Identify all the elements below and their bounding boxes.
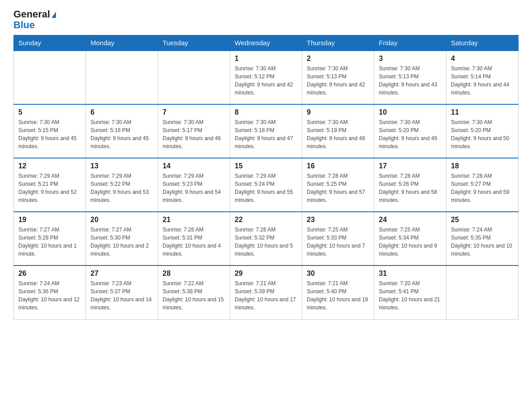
week-row-2: 5Sunrise: 7:30 AMSunset: 5:15 PMDaylight…: [14, 104, 519, 158]
week-row-1: 1Sunrise: 7:30 AMSunset: 5:12 PMDaylight…: [14, 51, 519, 104]
day-cell-1-5: 10Sunrise: 7:30 AMSunset: 5:20 PMDayligh…: [374, 104, 446, 158]
day-cell-3-4: 23Sunrise: 7:25 AMSunset: 5:33 PMDayligh…: [302, 212, 374, 265]
day-info: Sunrise: 7:27 AMSunset: 5:28 PMDaylight:…: [18, 226, 81, 258]
day-cell-2-4: 16Sunrise: 7:28 AMSunset: 5:25 PMDayligh…: [302, 158, 374, 212]
day-number: 20: [90, 216, 153, 224]
header-wednesday: Wednesday: [230, 35, 302, 51]
day-cell-4-4: 30Sunrise: 7:21 AMSunset: 5:40 PMDayligh…: [302, 265, 374, 319]
calendar-body: 1Sunrise: 7:30 AMSunset: 5:12 PMDaylight…: [14, 51, 519, 319]
day-cell-2-6: 18Sunrise: 7:28 AMSunset: 5:27 PMDayligh…: [446, 158, 519, 212]
day-cell-4-0: 26Sunrise: 7:24 AMSunset: 5:36 PMDayligh…: [14, 265, 86, 319]
day-cell-0-0: [14, 51, 86, 104]
day-info: Sunrise: 7:24 AMSunset: 5:36 PMDaylight:…: [18, 279, 81, 312]
day-info: Sunrise: 7:30 AMSunset: 5:20 PMDaylight:…: [379, 118, 442, 150]
day-number: 17: [379, 162, 442, 170]
week-row-3: 12Sunrise: 7:29 AMSunset: 5:21 PMDayligh…: [14, 158, 519, 212]
week-row-5: 26Sunrise: 7:24 AMSunset: 5:36 PMDayligh…: [14, 265, 519, 319]
day-cell-4-2: 28Sunrise: 7:22 AMSunset: 5:38 PMDayligh…: [158, 265, 230, 319]
day-number: 7: [163, 108, 225, 116]
day-number: 22: [235, 216, 297, 224]
day-info: Sunrise: 7:30 AMSunset: 5:19 PMDaylight:…: [307, 118, 369, 150]
logo-blue: Blue: [13, 20, 56, 30]
day-cell-2-1: 13Sunrise: 7:29 AMSunset: 5:22 PMDayligh…: [86, 158, 158, 212]
day-number: 24: [379, 216, 442, 224]
day-number: 25: [451, 216, 514, 224]
day-cell-2-3: 15Sunrise: 7:29 AMSunset: 5:24 PMDayligh…: [230, 158, 302, 212]
day-cell-3-3: 22Sunrise: 7:26 AMSunset: 5:32 PMDayligh…: [230, 212, 302, 265]
day-cell-1-0: 5Sunrise: 7:30 AMSunset: 5:15 PMDaylight…: [14, 104, 86, 158]
header-tuesday: Tuesday: [158, 35, 230, 51]
day-info: Sunrise: 7:29 AMSunset: 5:22 PMDaylight:…: [90, 172, 153, 204]
day-number: 16: [307, 162, 369, 170]
day-number: 23: [307, 216, 369, 224]
day-info: Sunrise: 7:26 AMSunset: 5:32 PMDaylight:…: [235, 226, 297, 258]
day-cell-4-3: 29Sunrise: 7:21 AMSunset: 5:39 PMDayligh…: [230, 265, 302, 319]
header-saturday: Saturday: [446, 35, 519, 51]
day-cell-3-6: 25Sunrise: 7:24 AMSunset: 5:35 PMDayligh…: [446, 212, 519, 265]
calendar-table: SundayMondayTuesdayWednesdayThursdayFrid…: [13, 35, 519, 320]
day-cell-0-3: 1Sunrise: 7:30 AMSunset: 5:12 PMDaylight…: [230, 51, 302, 104]
day-cell-3-0: 19Sunrise: 7:27 AMSunset: 5:28 PMDayligh…: [14, 212, 86, 265]
day-cell-1-1: 6Sunrise: 7:30 AMSunset: 5:16 PMDaylight…: [86, 104, 158, 158]
day-info: Sunrise: 7:29 AMSunset: 5:24 PMDaylight:…: [235, 172, 297, 204]
day-number: 11: [451, 108, 514, 116]
week-row-4: 19Sunrise: 7:27 AMSunset: 5:28 PMDayligh…: [14, 212, 519, 265]
day-cell-0-6: 4Sunrise: 7:30 AMSunset: 5:14 PMDaylight…: [446, 51, 519, 104]
header-thursday: Thursday: [302, 35, 374, 51]
day-info: Sunrise: 7:30 AMSunset: 5:13 PMDaylight:…: [379, 64, 442, 97]
day-number: 13: [90, 162, 153, 170]
day-info: Sunrise: 7:23 AMSunset: 5:37 PMDaylight:…: [90, 279, 153, 312]
day-info: Sunrise: 7:21 AMSunset: 5:39 PMDaylight:…: [235, 279, 297, 312]
day-number: 3: [379, 55, 442, 63]
day-info: Sunrise: 7:22 AMSunset: 5:38 PMDaylight:…: [163, 279, 225, 312]
day-cell-0-5: 3Sunrise: 7:30 AMSunset: 5:13 PMDaylight…: [374, 51, 446, 104]
day-number: 27: [90, 270, 153, 278]
day-number: 19: [18, 216, 81, 224]
day-info: Sunrise: 7:26 AMSunset: 5:31 PMDaylight:…: [163, 226, 225, 258]
day-info: Sunrise: 7:21 AMSunset: 5:40 PMDaylight:…: [307, 279, 369, 312]
day-number: 28: [163, 270, 225, 278]
day-info: Sunrise: 7:30 AMSunset: 5:16 PMDaylight:…: [90, 118, 153, 150]
day-info: Sunrise: 7:30 AMSunset: 5:14 PMDaylight:…: [451, 64, 514, 97]
day-info: Sunrise: 7:28 AMSunset: 5:26 PMDaylight:…: [379, 172, 442, 204]
day-info: Sunrise: 7:29 AMSunset: 5:21 PMDaylight:…: [18, 172, 81, 204]
day-cell-1-4: 9Sunrise: 7:30 AMSunset: 5:19 PMDaylight…: [302, 104, 374, 158]
day-info: Sunrise: 7:28 AMSunset: 5:25 PMDaylight:…: [307, 172, 369, 204]
day-info: Sunrise: 7:30 AMSunset: 5:20 PMDaylight:…: [451, 118, 514, 150]
day-info: Sunrise: 7:24 AMSunset: 5:35 PMDaylight:…: [451, 226, 514, 258]
day-info: Sunrise: 7:27 AMSunset: 5:30 PMDaylight:…: [90, 226, 153, 258]
day-info: Sunrise: 7:30 AMSunset: 5:15 PMDaylight:…: [18, 118, 81, 150]
day-info: Sunrise: 7:30 AMSunset: 5:13 PMDaylight:…: [307, 64, 369, 97]
day-number: 29: [235, 270, 297, 278]
day-cell-2-5: 17Sunrise: 7:28 AMSunset: 5:26 PMDayligh…: [374, 158, 446, 212]
day-number: 18: [451, 162, 514, 170]
day-info: Sunrise: 7:29 AMSunset: 5:23 PMDaylight:…: [163, 172, 225, 204]
header-monday: Monday: [86, 35, 158, 51]
day-info: Sunrise: 7:25 AMSunset: 5:33 PMDaylight:…: [307, 226, 369, 258]
day-info: Sunrise: 7:30 AMSunset: 5:12 PMDaylight:…: [235, 64, 297, 97]
day-cell-3-5: 24Sunrise: 7:25 AMSunset: 5:34 PMDayligh…: [374, 212, 446, 265]
day-number: 10: [379, 108, 442, 116]
day-number: 21: [163, 216, 225, 224]
day-number: 15: [235, 162, 297, 170]
day-number: 26: [18, 270, 81, 278]
day-cell-1-6: 11Sunrise: 7:30 AMSunset: 5:20 PMDayligh…: [446, 104, 519, 158]
day-cell-1-2: 7Sunrise: 7:30 AMSunset: 5:17 PMDaylight…: [158, 104, 230, 158]
day-cell-3-1: 20Sunrise: 7:27 AMSunset: 5:30 PMDayligh…: [86, 212, 158, 265]
day-number: 2: [307, 55, 369, 63]
day-number: 8: [235, 108, 297, 116]
day-info: Sunrise: 7:28 AMSunset: 5:27 PMDaylight:…: [451, 172, 514, 204]
calendar-header: SundayMondayTuesdayWednesdayThursdayFrid…: [14, 35, 519, 51]
day-number: 1: [235, 55, 297, 63]
day-cell-4-6: [446, 265, 519, 319]
day-number: 12: [18, 162, 81, 170]
logo-triangle-icon: [51, 12, 56, 18]
day-cell-4-1: 27Sunrise: 7:23 AMSunset: 5:37 PMDayligh…: [86, 265, 158, 319]
day-cell-0-1: [86, 51, 158, 104]
day-number: 14: [163, 162, 225, 170]
header-sunday: Sunday: [14, 35, 86, 51]
day-number: 5: [18, 108, 81, 116]
day-cell-2-0: 12Sunrise: 7:29 AMSunset: 5:21 PMDayligh…: [14, 158, 86, 212]
day-cell-4-5: 31Sunrise: 7:20 AMSunset: 5:41 PMDayligh…: [374, 265, 446, 319]
day-cell-0-2: [158, 51, 230, 104]
